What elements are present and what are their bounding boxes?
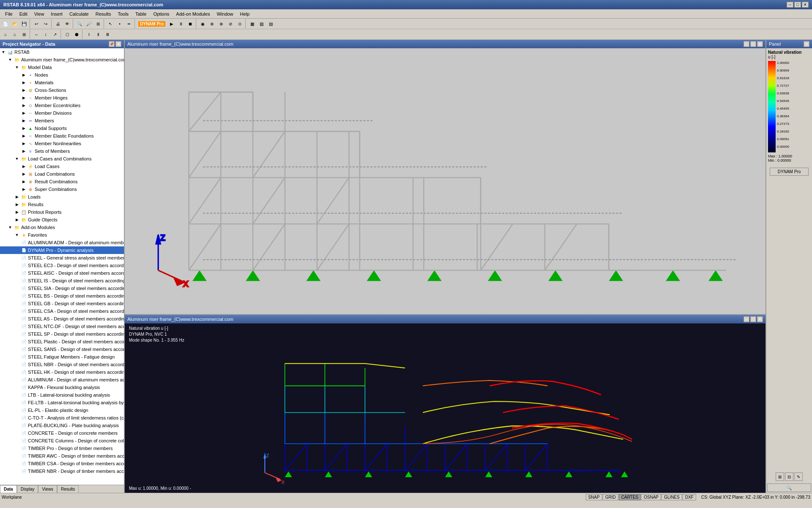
tb-open[interactable]: 📂 xyxy=(10,19,19,28)
expander[interactable]: ▶ xyxy=(20,133,27,139)
menu-calculate[interactable]: Calculate xyxy=(66,11,92,17)
vp-maximize[interactable]: □ xyxy=(750,41,756,47)
tree-nodes[interactable]: ▶ • Nodes xyxy=(0,71,124,79)
tree-results[interactable]: ▶ 📁 Results xyxy=(0,201,124,208)
tb2-7[interactable]: ⬡ xyxy=(63,30,72,39)
menu-addon[interactable]: Add-on Modules xyxy=(173,11,213,17)
expander[interactable]: ▶ xyxy=(14,209,20,215)
glines-btn[interactable]: GLINES xyxy=(661,494,682,500)
vp-minimize[interactable]: ─ xyxy=(743,41,749,47)
tree-nonlin[interactable]: ▶ ∿ Member Nonlinearities xyxy=(0,140,124,147)
vp-close[interactable]: ✕ xyxy=(757,41,763,47)
tb-3d2[interactable]: ▧ xyxy=(257,19,266,28)
osnap-btn[interactable]: OSNAP xyxy=(641,494,661,500)
vp2-minimize[interactable]: ─ xyxy=(743,316,749,322)
tree-hinges[interactable]: ▶ ○ Member Hinges xyxy=(0,94,124,102)
tb-stop[interactable]: ⏹ xyxy=(186,19,195,28)
tree-steel-ec3[interactable]: 📄 STEEL EC3 - Design of steel members ac… xyxy=(0,262,124,269)
tb-node[interactable]: • xyxy=(115,19,124,28)
expander[interactable]: ▶ xyxy=(14,216,20,223)
dxf-btn[interactable]: DXF xyxy=(683,494,696,500)
minimize-button[interactable]: ─ xyxy=(787,2,793,8)
tree-ctot[interactable]: 📄 C-TO-T - Analysis of limit slenderness… xyxy=(0,414,124,422)
tab-views[interactable]: Views xyxy=(38,485,57,493)
tab-display[interactable]: Display xyxy=(17,485,38,493)
tree-steel-ntc[interactable]: 📄 STEEL NTC-DF - Design of steel members… xyxy=(0,323,124,330)
tb-pause[interactable]: ⏸ xyxy=(176,19,186,28)
expander-lcc[interactable]: ▼ xyxy=(14,155,20,162)
expander[interactable]: ▶ xyxy=(20,178,27,185)
expander[interactable]: ▶ xyxy=(20,72,27,78)
tb2-6[interactable]: ↗ xyxy=(50,30,60,39)
tb-save[interactable]: 💾 xyxy=(19,19,29,28)
menu-insert[interactable]: Insert xyxy=(47,11,66,17)
tb-btn2[interactable]: ⊕ xyxy=(207,19,217,28)
tb-member[interactable]: ━ xyxy=(124,19,134,28)
tb-select[interactable]: ↖ xyxy=(106,19,115,28)
tb-btn3[interactable]: ⊗ xyxy=(217,19,226,28)
expander-addon[interactable]: ▼ xyxy=(7,224,14,231)
expander[interactable]: ▶ xyxy=(20,163,27,170)
expander[interactable]: ▶ xyxy=(20,102,27,109)
tree-steel-gb[interactable]: 📄 STEEL GB - Design of steel members acc… xyxy=(0,300,124,307)
expander[interactable]: ▶ xyxy=(20,148,27,155)
tree-steel-fatigue[interactable]: 📄 STEEL Fatigue Members - Fatigue design xyxy=(0,353,124,361)
tb2-5[interactable]: ↕ xyxy=(41,30,50,39)
menu-window[interactable]: Window xyxy=(213,11,236,17)
expander-model[interactable]: ▼ xyxy=(14,64,20,71)
tree-elastic[interactable]: ▶ ≈ Member Elastic Foundations xyxy=(0,132,124,140)
maximize-button[interactable]: □ xyxy=(794,2,801,8)
tree-sets[interactable]: ▶ ≡ Sets of Members xyxy=(0,147,124,155)
expander[interactable]: ▶ xyxy=(20,110,27,116)
tb2-4[interactable]: ↔ xyxy=(32,30,41,39)
tab-results[interactable]: Results xyxy=(57,485,79,493)
tree-container[interactable]: ▼ 📊 RSTAB ▼ 📁 Aluminum riser frame_(C)ww… xyxy=(0,48,124,485)
tb-new[interactable]: 📄 xyxy=(1,19,10,28)
tree-dynam-pro[interactable]: 📄 DYNAM Pro - Dynamic analysis xyxy=(0,246,124,254)
grid-btn[interactable]: GRID xyxy=(603,494,618,500)
tree-kappa[interactable]: 📄 KAPPA - Flexural buckling analysis xyxy=(0,384,124,391)
tree-concrete-cols[interactable]: 📄 CONCRETE Columns - Design of concrete … xyxy=(0,437,124,444)
tree-steel-hk[interactable]: 📄 STEEL HK - Design of steel members acc… xyxy=(0,368,124,376)
expander[interactable]: ▶ xyxy=(20,125,27,132)
tree-timber-csa[interactable]: 📄 TIMBER CSA - Design of timber members … xyxy=(0,460,124,467)
tree-project[interactable]: ▼ 📁 Aluminum riser frame_(C)www.trexcomm… xyxy=(0,56,124,64)
tb-play[interactable]: ▶ xyxy=(167,19,176,28)
tab-data[interactable]: Data xyxy=(0,485,17,493)
tree-lc[interactable]: ▶ ⚡ Load Cases xyxy=(0,163,124,170)
tb2-3[interactable]: ⊞ xyxy=(19,30,29,39)
tree-rstab[interactable]: ▼ 📊 RSTAB xyxy=(0,48,124,56)
tree-steel-as[interactable]: 📄 STEEL AS - Design of steel members acc… xyxy=(0,315,124,323)
menu-help[interactable]: Help xyxy=(237,11,253,17)
tree-steel-nbr[interactable]: 📄 STEEL NBR - Design of steel members ac… xyxy=(0,361,124,368)
tree-steel-csa[interactable]: 📄 STEEL CSA - Design of steel members ac… xyxy=(0,307,124,315)
tb-btn5[interactable]: ⊙ xyxy=(235,19,244,28)
tb-redo[interactable]: ↪ xyxy=(41,19,50,28)
cartes-btn[interactable]: CARTES xyxy=(619,494,641,500)
tree-addon[interactable]: ▼ 📁 Add-on Modules xyxy=(0,224,124,231)
tb-print[interactable]: 🖨 xyxy=(53,19,63,28)
menu-results[interactable]: Results xyxy=(92,11,115,17)
tb2-8[interactable]: ⬢ xyxy=(72,30,81,39)
expander[interactable]: ▶ xyxy=(14,201,20,208)
tb-3d1[interactable]: ▦ xyxy=(247,19,257,28)
tb2-9[interactable]: Ⅰ xyxy=(84,30,93,39)
tree-lcomb[interactable]: ▶ ⊞ Load Combinations xyxy=(0,170,124,178)
tb-undo[interactable]: ↩ xyxy=(32,19,41,28)
rp-close[interactable]: ✕ xyxy=(804,41,809,47)
expander-fav[interactable]: ▼ xyxy=(14,232,20,238)
tb-zoom-in[interactable]: 🔍 xyxy=(75,19,84,28)
tb-3d3[interactable]: ▤ xyxy=(266,19,275,28)
tree-rc[interactable]: ▶ ⊗ Result Combinations xyxy=(0,178,124,185)
close-button[interactable]: ✕ xyxy=(802,2,809,8)
menu-view[interactable]: View xyxy=(31,11,48,17)
menu-tools[interactable]: Tools xyxy=(114,11,132,17)
tree-favorites[interactable]: ▼ ★ Favorites xyxy=(0,231,124,239)
tree-sc[interactable]: ▶ ⊕ Super Combinations xyxy=(0,185,124,193)
tree-aluminum[interactable]: 📄 ALUMINUM - Design of aluminum members … xyxy=(0,376,124,384)
expander[interactable]: ▶ xyxy=(20,87,27,94)
vp2-maximize[interactable]: □ xyxy=(750,316,756,322)
tree-materials[interactable]: ▶ ▪ Materials xyxy=(0,79,124,86)
tb-preview[interactable]: 👁 xyxy=(63,19,72,28)
tree-guide[interactable]: ▶ 📁 Guide Objects xyxy=(0,216,124,224)
